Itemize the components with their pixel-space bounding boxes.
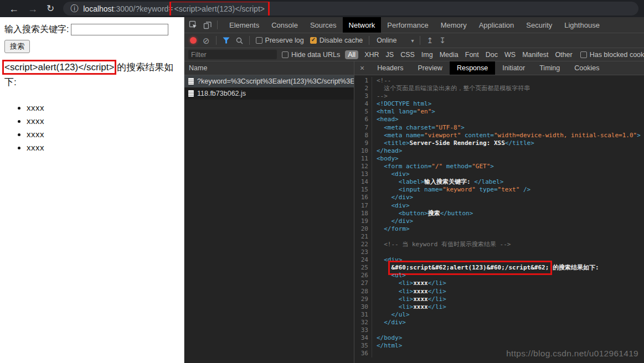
- divider: [369, 36, 369, 45]
- response-tab-initiator[interactable]: Initiator: [495, 61, 532, 75]
- response-tab-headers[interactable]: Headers: [370, 61, 410, 75]
- clear-network-log-icon[interactable]: ⊘: [203, 37, 210, 45]
- request-row[interactable]: ?keyword=%3Cscript%3Ealert(123)%3C/scrip…: [184, 75, 354, 87]
- code-line: 23: [354, 248, 644, 256]
- response-tab-preview[interactable]: Preview: [410, 61, 449, 75]
- divider: [420, 36, 420, 45]
- code-line: 1<!--: [354, 77, 644, 85]
- devtools-tab-network[interactable]: Network: [343, 17, 382, 33]
- code-comment: <!--: [377, 77, 391, 85]
- filter-type-xhr[interactable]: XHR: [362, 50, 382, 59]
- requests-name-column-header[interactable]: Name: [184, 61, 354, 75]
- code-token: <ul>: [377, 272, 406, 279]
- devtools-tab-console[interactable]: Console: [265, 17, 304, 33]
- keyword-input[interactable]: [71, 24, 168, 35]
- code-line: 7 <meta charset="UTF-8">: [354, 124, 644, 132]
- search-icon[interactable]: [236, 37, 243, 44]
- line-number: 34: [354, 334, 372, 342]
- code-line: 12 <form action="/" method="GET">: [354, 163, 644, 170]
- disable-cache-checkbox[interactable]: Disable cache: [310, 37, 363, 44]
- code-line: 18 <button>搜索</button>: [354, 210, 644, 217]
- address-bar[interactable]: ⓘ localhost:3000/?keyword=<script>alert(…: [63, 2, 638, 15]
- browser-toolbar: ← → ↻ ⓘ localhost:3000/?keyword=<script>…: [0, 0, 644, 17]
- code-token: >: [490, 163, 494, 170]
- code-token: method=: [442, 163, 472, 170]
- filter-type-img[interactable]: Img: [419, 50, 436, 59]
- search-keyword-label: 输入搜索关键字:: [4, 24, 69, 35]
- code-line: 34</body>: [354, 334, 644, 342]
- page-info-icon[interactable]: ⓘ: [70, 4, 78, 14]
- export-har-icon[interactable]: ↧: [439, 37, 446, 44]
- code-token: <div>: [377, 256, 402, 264]
- code-line: 22 <!-- 当 keyword 有值时展示搜索结果 -->: [354, 241, 644, 248]
- code-token: "en": [417, 108, 432, 116]
- filter-icon[interactable]: [223, 37, 230, 44]
- preserve-log-checkbox[interactable]: Preserve log: [256, 37, 304, 44]
- response-tab-timing[interactable]: Timing: [532, 61, 567, 75]
- network-toolbar: ⊘ Preserve log Disable cache Online ▾ ↥ …: [184, 33, 644, 48]
- url-host: localhost: [83, 4, 114, 13]
- code-token: "viewport": [424, 132, 461, 139]
- devtools-tab-security[interactable]: Security: [520, 17, 558, 33]
- filter-type-font[interactable]: Font: [462, 50, 482, 59]
- forward-icon[interactable]: →: [28, 4, 38, 14]
- code-line: 14 <label>输入搜索关键字: </label>: [354, 178, 644, 186]
- filter-type-all[interactable]: All: [345, 50, 358, 59]
- code-token: <body>: [377, 155, 399, 163]
- code-token: <meta charset=: [377, 124, 435, 132]
- devtools-tab-sources[interactable]: Sources: [304, 17, 343, 33]
- response-tab-response[interactable]: Response: [450, 61, 495, 75]
- chevron-down-icon: ▾: [411, 38, 414, 44]
- code-token: <head>: [377, 116, 399, 123]
- devtools-tab-lighthouse[interactable]: Lighthouse: [558, 17, 606, 33]
- line-number: 30: [354, 303, 372, 311]
- filter-type-manifest[interactable]: Manifest: [519, 50, 551, 59]
- line-number: 26: [354, 272, 372, 279]
- code-token: </label>: [474, 178, 503, 186]
- divider: [249, 36, 250, 45]
- throttling-select[interactable]: Online ▾: [375, 37, 414, 44]
- line-number: 18: [354, 210, 372, 217]
- line-number: 17: [354, 202, 372, 210]
- filter-type-other[interactable]: Other: [552, 50, 575, 59]
- hide-data-urls-checkbox[interactable]: Hide data URLs: [282, 51, 340, 59]
- line-number: 15: [354, 186, 372, 194]
- filter-type-media[interactable]: Media: [437, 50, 461, 59]
- has-blocked-cookies-checkbox[interactable]: Has blocked cookies: [580, 51, 644, 59]
- line-number: 6: [354, 116, 372, 123]
- close-icon[interactable]: ×: [354, 61, 370, 75]
- code-token: </title>: [505, 139, 534, 147]
- devtools-tab-memory[interactable]: Memory: [435, 17, 473, 33]
- devtools-tab-performance[interactable]: Performance: [381, 17, 434, 33]
- code-token: </div>: [377, 319, 406, 326]
- response-tab-cookies[interactable]: Cookies: [567, 61, 606, 75]
- filter-type-js[interactable]: JS: [383, 50, 397, 59]
- code-token: <label>: [377, 178, 424, 186]
- code-token: "width=device-width, initial-scale=1.0": [494, 132, 637, 139]
- refresh-icon[interactable]: ↻: [47, 4, 54, 13]
- line-number: 32: [354, 319, 372, 326]
- devtools-tab-bar: ElementsConsoleSourcesNetworkPerformance…: [184, 17, 644, 33]
- code-token: <!DOCTYPE html>: [377, 100, 431, 108]
- search-button[interactable]: 搜索: [4, 40, 30, 53]
- code-line: 13 <div>: [354, 170, 644, 178]
- import-har-icon[interactable]: ↥: [426, 37, 433, 44]
- code-line: 24 <div>: [354, 256, 644, 264]
- search-result-text: <script>alert(123)</script> 的搜索结果如下:: [4, 60, 179, 90]
- filter-input[interactable]: [188, 50, 277, 59]
- device-toolbar-icon[interactable]: [203, 21, 212, 29]
- code-token: </html>: [377, 342, 402, 350]
- back-icon[interactable]: ←: [9, 4, 19, 14]
- line-number: 36: [354, 350, 372, 357]
- devtools-tab-application[interactable]: Application: [473, 17, 521, 33]
- url-xss-highlight: <script>alert(123)</script>: [173, 4, 266, 13]
- filter-type-css[interactable]: CSS: [398, 50, 418, 59]
- record-network-log-icon[interactable]: [190, 37, 197, 44]
- devtools-tab-elements[interactable]: Elements: [223, 17, 265, 33]
- inspect-element-icon[interactable]: [189, 20, 198, 29]
- filter-type-doc[interactable]: Doc: [483, 50, 501, 59]
- request-row[interactable]: 118.fb73b062.js: [184, 87, 354, 100]
- filter-type-ws[interactable]: WS: [502, 50, 518, 59]
- url-text: localhost:3000/?keyword=<script>alert(12…: [83, 4, 266, 13]
- escaped-script-highlight: <script>alert(123)</script>: [4, 62, 114, 72]
